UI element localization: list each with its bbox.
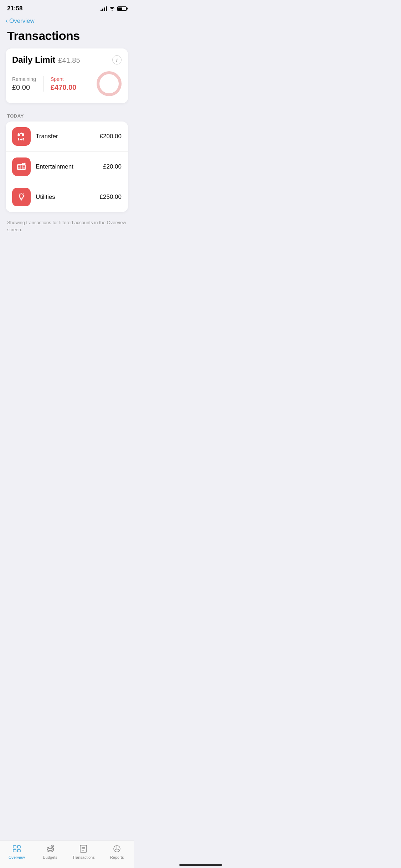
svg-line-19 [19, 193, 19, 194]
spending-donut-chart [97, 71, 122, 96]
daily-limit-card: Daily Limit £41.85 i Remaining £0.00 Spe… [6, 48, 128, 103]
remaining-label: Remaining [12, 76, 36, 82]
transaction-amount: £20.00 [103, 163, 122, 170]
back-nav[interactable]: ‹ Overview [0, 14, 134, 26]
table-row[interactable]: $ $ ↓ ↑ Transfer £200.00 [6, 122, 128, 152]
transaction-name: Utilities [36, 193, 95, 201]
spent-value: £470.00 [51, 83, 76, 92]
svg-text:$: $ [18, 133, 20, 136]
entertainment-icon [12, 157, 31, 176]
back-label: Overview [9, 17, 35, 25]
svg-text:↓: ↓ [18, 137, 20, 141]
svg-point-15 [22, 163, 23, 164]
svg-point-13 [24, 163, 25, 164]
remaining-value: £0.00 [12, 83, 36, 92]
wifi-icon [109, 6, 115, 11]
svg-rect-10 [24, 167, 25, 170]
remaining-stat: Remaining £0.00 [12, 76, 43, 92]
back-chevron-icon: ‹ [6, 17, 8, 25]
transfer-icon: $ $ ↓ ↑ [12, 127, 31, 146]
daily-limit-amount: £41.85 [58, 56, 80, 64]
utilities-icon [12, 188, 31, 206]
transactions-card: $ $ ↓ ↑ Transfer £200.00 [6, 122, 128, 212]
spent-stat: Spent £470.00 [43, 76, 76, 92]
daily-limit-body: Remaining £0.00 Spent £470.00 [12, 71, 122, 96]
transaction-amount: £200.00 [100, 133, 122, 140]
daily-limit-header: Daily Limit £41.85 i [12, 55, 122, 65]
svg-text:↑: ↑ [22, 137, 24, 141]
signal-icon [101, 6, 107, 11]
transaction-name: Transfer [36, 133, 95, 140]
svg-point-14 [25, 163, 25, 164]
svg-rect-9 [17, 167, 19, 170]
status-icons [101, 6, 127, 11]
info-icon-label: i [116, 57, 118, 63]
daily-limit-title-row: Daily Limit £41.85 [12, 55, 80, 65]
info-button[interactable]: i [112, 55, 122, 64]
table-row[interactable]: Utilities £250.00 [6, 182, 128, 212]
battery-icon [117, 6, 127, 11]
transaction-amount: £250.00 [100, 193, 122, 201]
today-section-header: TODAY [0, 110, 134, 122]
svg-rect-7 [17, 165, 19, 166]
spent-label: Spent [51, 76, 76, 82]
table-row[interactable]: Entertainment £20.00 [6, 152, 128, 182]
page-title: Transactions [0, 26, 134, 48]
status-bar: 21:58 [0, 0, 134, 14]
daily-limit-label: Daily Limit [12, 55, 55, 65]
status-time: 21:58 [7, 5, 22, 12]
svg-line-21 [24, 193, 24, 194]
transaction-name: Entertainment [36, 163, 98, 170]
footer-note: Showing transactions for filtered accoun… [0, 215, 134, 237]
svg-rect-8 [24, 165, 25, 166]
limit-stats: Remaining £0.00 Spent £470.00 [12, 76, 76, 92]
